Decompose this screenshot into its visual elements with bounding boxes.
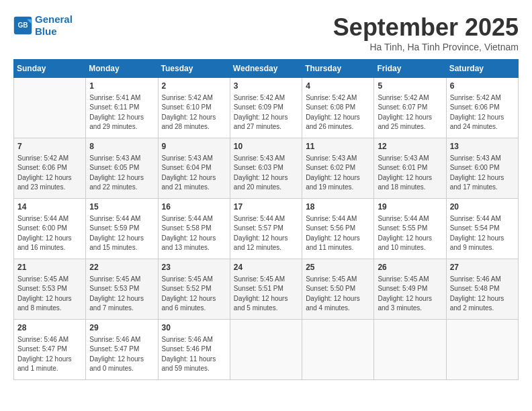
day-number: 30: [162, 322, 226, 334]
day-number: 23: [162, 262, 226, 273]
day-number: 11: [306, 141, 370, 152]
day-info: Sunrise: 5:44 AM Sunset: 5:55 PM Dayligh…: [378, 214, 442, 253]
day-info: Sunrise: 5:42 AM Sunset: 6:09 PM Dayligh…: [234, 93, 298, 132]
calendar-cell: 29Sunrise: 5:46 AM Sunset: 5:47 PM Dayli…: [86, 320, 158, 380]
col-header-wednesday: Wednesday: [230, 60, 302, 78]
day-number: 26: [378, 262, 442, 273]
day-number: 12: [378, 141, 442, 152]
day-info: Sunrise: 5:45 AM Sunset: 5:52 PM Dayligh…: [162, 275, 226, 314]
calendar-cell: 24Sunrise: 5:45 AM Sunset: 5:51 PM Dayli…: [230, 259, 302, 320]
day-info: Sunrise: 5:44 AM Sunset: 6:00 PM Dayligh…: [17, 214, 82, 253]
calendar-cell: [302, 320, 374, 380]
calendar-cell: 20Sunrise: 5:44 AM Sunset: 5:54 PM Dayli…: [446, 199, 518, 259]
col-header-tuesday: Tuesday: [158, 60, 230, 78]
col-header-saturday: Saturday: [446, 60, 518, 78]
day-info: Sunrise: 5:45 AM Sunset: 5:51 PM Dayligh…: [234, 275, 298, 314]
calendar-cell: 12Sunrise: 5:43 AM Sunset: 6:01 PM Dayli…: [374, 138, 446, 199]
calendar-cell: 22Sunrise: 5:45 AM Sunset: 5:53 PM Dayli…: [86, 259, 158, 320]
day-number: 19: [378, 201, 442, 213]
day-info: Sunrise: 5:44 AM Sunset: 5:54 PM Dayligh…: [450, 214, 515, 253]
calendar-cell: [230, 320, 302, 380]
day-number: 7: [17, 141, 82, 152]
day-number: 1: [89, 81, 154, 92]
day-info: Sunrise: 5:43 AM Sunset: 6:00 PM Dayligh…: [450, 154, 515, 193]
calendar-cell: 28Sunrise: 5:46 AM Sunset: 5:47 PM Dayli…: [14, 320, 86, 380]
calendar-cell: 25Sunrise: 5:45 AM Sunset: 5:50 PM Dayli…: [302, 259, 374, 320]
day-info: Sunrise: 5:46 AM Sunset: 5:47 PM Dayligh…: [89, 335, 154, 374]
col-header-sunday: Sunday: [14, 60, 86, 78]
day-number: 24: [234, 262, 298, 273]
calendar-cell: [446, 320, 518, 380]
page-header: GB General Blue September 2025 Ha Tinh, …: [13, 13, 519, 52]
day-info: Sunrise: 5:42 AM Sunset: 6:10 PM Dayligh…: [162, 93, 226, 132]
day-info: Sunrise: 5:43 AM Sunset: 6:03 PM Dayligh…: [234, 154, 298, 193]
calendar-cell: 15Sunrise: 5:44 AM Sunset: 5:59 PM Dayli…: [86, 199, 158, 259]
day-number: 10: [234, 141, 298, 152]
logo-line2: Blue: [35, 26, 73, 38]
calendar-cell: 10Sunrise: 5:43 AM Sunset: 6:03 PM Dayli…: [230, 138, 302, 199]
calendar-cell: 11Sunrise: 5:43 AM Sunset: 6:02 PM Dayli…: [302, 138, 374, 199]
calendar-cell: 1Sunrise: 5:41 AM Sunset: 6:11 PM Daylig…: [86, 78, 158, 138]
day-info: Sunrise: 5:42 AM Sunset: 6:08 PM Dayligh…: [306, 93, 370, 132]
calendar-cell: 5Sunrise: 5:42 AM Sunset: 6:07 PM Daylig…: [374, 78, 446, 138]
day-number: 16: [162, 201, 226, 213]
week-row: 7Sunrise: 5:42 AM Sunset: 6:06 PM Daylig…: [14, 138, 519, 199]
col-header-monday: Monday: [86, 60, 158, 78]
day-info: Sunrise: 5:45 AM Sunset: 5:53 PM Dayligh…: [89, 275, 154, 314]
day-number: 3: [234, 81, 298, 92]
day-info: Sunrise: 5:44 AM Sunset: 5:59 PM Dayligh…: [89, 214, 154, 253]
title-block: September 2025 Ha Tinh, Ha Tinh Province…: [333, 13, 519, 52]
day-number: 9: [162, 141, 226, 152]
calendar-cell: 6Sunrise: 5:42 AM Sunset: 6:06 PM Daylig…: [446, 78, 518, 138]
calendar-cell: 3Sunrise: 5:42 AM Sunset: 6:09 PM Daylig…: [230, 78, 302, 138]
col-header-friday: Friday: [374, 60, 446, 78]
day-info: Sunrise: 5:43 AM Sunset: 6:01 PM Dayligh…: [378, 154, 442, 193]
calendar-cell: 8Sunrise: 5:43 AM Sunset: 6:05 PM Daylig…: [86, 138, 158, 199]
week-row: 21Sunrise: 5:45 AM Sunset: 5:53 PM Dayli…: [14, 259, 519, 320]
day-info: Sunrise: 5:45 AM Sunset: 5:50 PM Dayligh…: [306, 275, 370, 314]
day-info: Sunrise: 5:42 AM Sunset: 6:06 PM Dayligh…: [17, 154, 82, 193]
day-info: Sunrise: 5:46 AM Sunset: 5:46 PM Dayligh…: [162, 335, 226, 374]
day-info: Sunrise: 5:43 AM Sunset: 6:02 PM Dayligh…: [306, 154, 370, 193]
calendar-cell: 30Sunrise: 5:46 AM Sunset: 5:46 PM Dayli…: [158, 320, 230, 380]
day-info: Sunrise: 5:46 AM Sunset: 5:47 PM Dayligh…: [17, 335, 82, 374]
day-number: 5: [378, 81, 442, 92]
calendar-cell: 7Sunrise: 5:42 AM Sunset: 6:06 PM Daylig…: [14, 138, 86, 199]
calendar-cell: 23Sunrise: 5:45 AM Sunset: 5:52 PM Dayli…: [158, 259, 230, 320]
calendar-cell: 18Sunrise: 5:44 AM Sunset: 5:56 PM Dayli…: [302, 199, 374, 259]
logo-icon: GB: [13, 16, 32, 35]
day-number: 8: [89, 141, 154, 152]
calendar-cell: [374, 320, 446, 380]
subtitle: Ha Tinh, Ha Tinh Province, Vietnam: [333, 42, 519, 52]
day-number: 4: [306, 81, 370, 92]
day-info: Sunrise: 5:44 AM Sunset: 5:58 PM Dayligh…: [162, 214, 226, 253]
calendar-cell: 19Sunrise: 5:44 AM Sunset: 5:55 PM Dayli…: [374, 199, 446, 259]
calendar-cell: [14, 78, 86, 138]
svg-text:GB: GB: [17, 21, 28, 29]
day-number: 14: [17, 201, 82, 213]
calendar-cell: 2Sunrise: 5:42 AM Sunset: 6:10 PM Daylig…: [158, 78, 230, 138]
calendar-cell: 14Sunrise: 5:44 AM Sunset: 6:00 PM Dayli…: [14, 199, 86, 259]
day-info: Sunrise: 5:44 AM Sunset: 5:57 PM Dayligh…: [234, 214, 298, 253]
day-number: 17: [234, 201, 298, 213]
calendar-cell: 16Sunrise: 5:44 AM Sunset: 5:58 PM Dayli…: [158, 199, 230, 259]
week-row: 28Sunrise: 5:46 AM Sunset: 5:47 PM Dayli…: [14, 320, 519, 380]
day-info: Sunrise: 5:43 AM Sunset: 6:04 PM Dayligh…: [162, 154, 226, 193]
calendar-cell: 13Sunrise: 5:43 AM Sunset: 6:00 PM Dayli…: [446, 138, 518, 199]
day-info: Sunrise: 5:41 AM Sunset: 6:11 PM Dayligh…: [89, 93, 154, 132]
day-number: 6: [450, 81, 515, 92]
day-number: 18: [306, 201, 370, 213]
day-number: 27: [450, 262, 515, 273]
day-info: Sunrise: 5:46 AM Sunset: 5:48 PM Dayligh…: [450, 275, 515, 314]
day-info: Sunrise: 5:42 AM Sunset: 6:07 PM Dayligh…: [378, 93, 442, 132]
day-number: 28: [17, 322, 82, 334]
day-number: 25: [306, 262, 370, 273]
day-number: 13: [450, 141, 515, 152]
day-number: 2: [162, 81, 226, 92]
day-number: 22: [89, 262, 154, 273]
day-info: Sunrise: 5:45 AM Sunset: 5:49 PM Dayligh…: [378, 275, 442, 314]
calendar-cell: 21Sunrise: 5:45 AM Sunset: 5:53 PM Dayli…: [14, 259, 86, 320]
day-info: Sunrise: 5:45 AM Sunset: 5:53 PM Dayligh…: [17, 275, 82, 314]
calendar-cell: 17Sunrise: 5:44 AM Sunset: 5:57 PM Dayli…: [230, 199, 302, 259]
day-number: 15: [89, 201, 154, 213]
